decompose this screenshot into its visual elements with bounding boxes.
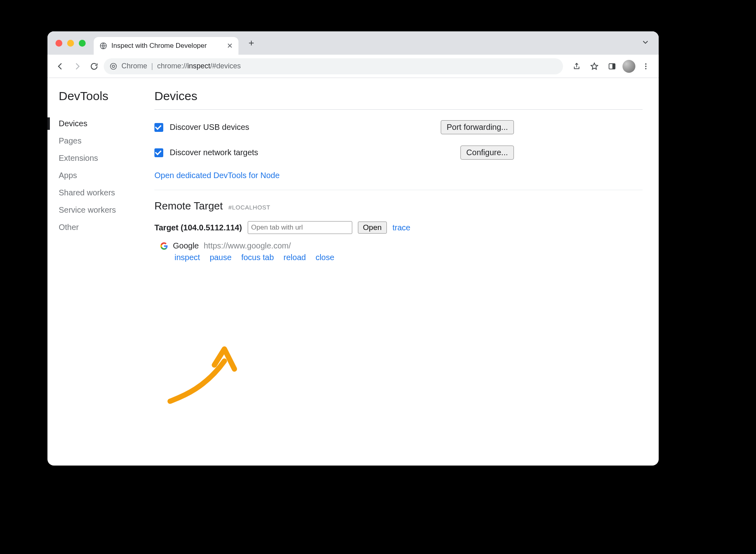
trace-link[interactable]: trace bbox=[392, 223, 410, 232]
minimize-window-button[interactable] bbox=[67, 40, 74, 47]
configure-button[interactable]: Configure... bbox=[460, 146, 514, 160]
share-icon[interactable] bbox=[569, 59, 584, 74]
node-devtools-link[interactable]: Open dedicated DevTools for Node bbox=[154, 171, 643, 180]
sidebar-item-devices[interactable]: Devices bbox=[59, 115, 140, 132]
omnibox-url: chrome://inspect/#devices bbox=[157, 62, 241, 70]
brand-title: DevTools bbox=[59, 89, 140, 103]
globe-icon bbox=[99, 42, 107, 50]
tab-close-icon[interactable]: ✕ bbox=[227, 41, 233, 50]
port-forwarding-button[interactable]: Port forwarding... bbox=[441, 120, 514, 134]
open-button[interactable]: Open bbox=[358, 222, 387, 234]
sidebar-item-apps[interactable]: Apps bbox=[59, 167, 140, 184]
entry-url: https://www.google.com/ bbox=[204, 241, 291, 250]
content-area: DevTools Devices Pages Extensions Apps S… bbox=[47, 78, 659, 466]
remote-target-heading: Remote Target #LOCALHOST bbox=[154, 200, 643, 212]
target-label: Target (104.0.5112.114) bbox=[154, 223, 242, 232]
discover-network-checkbox[interactable] bbox=[154, 148, 163, 157]
sidebar-item-shared-workers[interactable]: Shared workers bbox=[59, 184, 140, 201]
tab-strip: Inspect with Chrome Developer ✕ + bbox=[47, 31, 659, 55]
browser-tab[interactable]: Inspect with Chrome Developer ✕ bbox=[94, 37, 238, 55]
sidebar-item-other[interactable]: Other bbox=[59, 219, 140, 236]
new-tab-button[interactable]: + bbox=[244, 36, 259, 50]
bookmark-star-icon[interactable] bbox=[587, 59, 602, 74]
svg-point-6 bbox=[645, 66, 646, 67]
back-button[interactable] bbox=[53, 59, 68, 74]
tab-list-chevron-icon[interactable] bbox=[641, 38, 650, 47]
svg-point-7 bbox=[645, 68, 646, 69]
omnibox-scheme: Chrome bbox=[121, 62, 147, 70]
side-panel-icon[interactable] bbox=[605, 59, 619, 74]
sidebar-item-pages[interactable]: Pages bbox=[59, 132, 140, 150]
sidebar: DevTools Devices Pages Extensions Apps S… bbox=[47, 78, 140, 466]
divider bbox=[154, 109, 643, 110]
sidebar-item-service-workers[interactable]: Service workers bbox=[59, 201, 140, 219]
profile-avatar[interactable] bbox=[622, 60, 635, 73]
address-bar[interactable]: Chrome | chrome://inspect/#devices bbox=[104, 58, 563, 74]
browser-window: Inspect with Chrome Developer ✕ + Chrome… bbox=[47, 31, 659, 466]
tab-title: Inspect with Chrome Developer bbox=[111, 42, 207, 50]
sidebar-item-extensions[interactable]: Extensions bbox=[59, 150, 140, 167]
google-favicon-icon bbox=[160, 242, 168, 250]
svg-point-2 bbox=[112, 65, 115, 68]
omnibox-separator: | bbox=[151, 62, 153, 70]
close-window-button[interactable] bbox=[55, 40, 62, 47]
open-tab-url-input[interactable] bbox=[248, 221, 352, 234]
traffic-lights bbox=[51, 40, 94, 47]
svg-point-1 bbox=[111, 63, 117, 69]
action-inspect[interactable]: inspect bbox=[175, 253, 200, 262]
forward-button[interactable] bbox=[70, 59, 84, 74]
toolbar: Chrome | chrome://inspect/#devices bbox=[47, 55, 659, 78]
page-heading: Devices bbox=[154, 89, 643, 103]
discover-usb-label: Discover USB devices bbox=[170, 123, 249, 132]
action-focus-tab[interactable]: focus tab bbox=[241, 253, 274, 262]
main-panel: Devices Discover USB devices Port forwar… bbox=[140, 78, 659, 466]
reload-button[interactable] bbox=[87, 59, 101, 74]
maximize-window-button[interactable] bbox=[79, 40, 86, 47]
entry-title: Google bbox=[173, 241, 199, 250]
action-close[interactable]: close bbox=[316, 253, 335, 262]
discover-network-label: Discover network targets bbox=[170, 148, 258, 157]
divider bbox=[154, 190, 643, 190]
svg-point-5 bbox=[645, 63, 646, 64]
chrome-icon bbox=[109, 62, 117, 70]
action-reload[interactable]: reload bbox=[284, 253, 306, 262]
action-pause[interactable]: pause bbox=[210, 253, 232, 262]
discover-usb-checkbox[interactable] bbox=[154, 123, 163, 132]
kebab-menu-icon[interactable] bbox=[639, 59, 653, 74]
svg-rect-4 bbox=[612, 64, 615, 69]
target-entry: Google https://www.google.com/ inspect p… bbox=[154, 241, 643, 262]
